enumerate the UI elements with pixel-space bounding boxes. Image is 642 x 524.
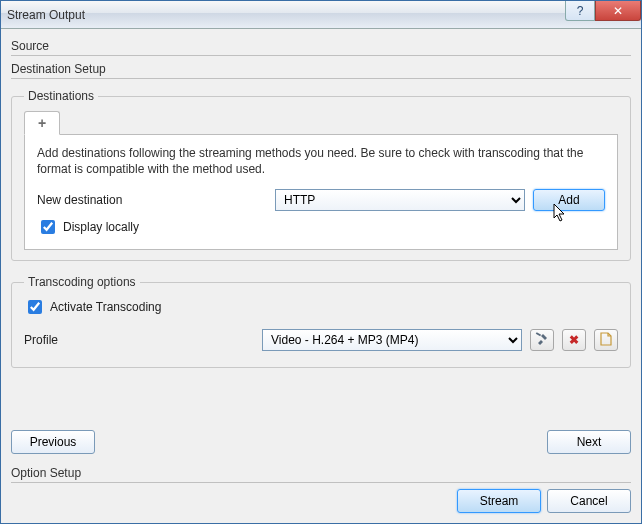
dialog-footer: Stream Cancel [1, 483, 641, 523]
window-title: Stream Output [7, 8, 565, 22]
activate-transcoding-input[interactable] [28, 300, 42, 314]
cancel-button[interactable]: Cancel [547, 489, 631, 513]
destinations-tabbar: + [24, 111, 618, 135]
next-button[interactable]: Next [547, 430, 631, 454]
add-destination-tab[interactable]: + [24, 111, 60, 135]
new-destination-label: New destination [37, 193, 267, 207]
profile-label: Profile [24, 333, 254, 347]
destination-protocol-select[interactable]: HTTP [275, 189, 525, 211]
help-icon: ? [577, 4, 584, 18]
stream-button[interactable]: Stream [457, 489, 541, 513]
transcoding-legend: Transcoding options [24, 275, 140, 289]
activate-transcoding-label: Activate Transcoding [50, 300, 161, 314]
close-icon: ✕ [613, 4, 623, 18]
destinations-fieldset: Destinations + Add destinations followin… [11, 89, 631, 261]
previous-button[interactable]: Previous [11, 430, 95, 454]
new-file-icon [600, 332, 612, 349]
source-section-header[interactable]: Source [11, 35, 631, 56]
activate-transcoding-checkbox[interactable]: Activate Transcoding [24, 297, 618, 317]
content-area: Source Destination Setup Destinations + … [1, 29, 641, 483]
tools-icon [535, 332, 549, 349]
edit-profile-button[interactable] [530, 329, 554, 351]
new-profile-button[interactable] [594, 329, 618, 351]
help-button[interactable]: ? [565, 1, 595, 21]
titlebar: Stream Output ? ✕ [1, 1, 641, 29]
profile-select[interactable]: Video - H.264 + MP3 (MP4) [262, 329, 522, 351]
display-locally-label: Display locally [63, 220, 139, 234]
destinations-tabpane: Add destinations following the streaming… [24, 135, 618, 250]
display-locally-checkbox[interactable]: Display locally [37, 217, 605, 237]
stream-output-window: Stream Output ? ✕ Source Destination Set… [0, 0, 642, 524]
svg-rect-0 [536, 332, 541, 336]
window-buttons: ? ✕ [565, 1, 641, 28]
plus-icon: + [38, 115, 46, 131]
add-button[interactable]: Add [533, 189, 605, 211]
wizard-nav-row: Previous Next [11, 424, 631, 462]
profile-row: Profile Video - H.264 + MP3 (MP4) ✖ [24, 329, 618, 351]
close-button[interactable]: ✕ [595, 1, 641, 21]
transcoding-fieldset: Transcoding options Activate Transcoding… [11, 275, 631, 368]
option-setup-section-header[interactable]: Option Setup [11, 462, 631, 483]
delete-profile-button[interactable]: ✖ [562, 329, 586, 351]
destination-setup-section-header[interactable]: Destination Setup [11, 58, 631, 79]
display-locally-input[interactable] [41, 220, 55, 234]
new-destination-row: New destination HTTP Add [37, 189, 605, 211]
destinations-hint: Add destinations following the streaming… [37, 145, 605, 177]
delete-icon: ✖ [569, 333, 579, 347]
destinations-legend: Destinations [24, 89, 98, 103]
